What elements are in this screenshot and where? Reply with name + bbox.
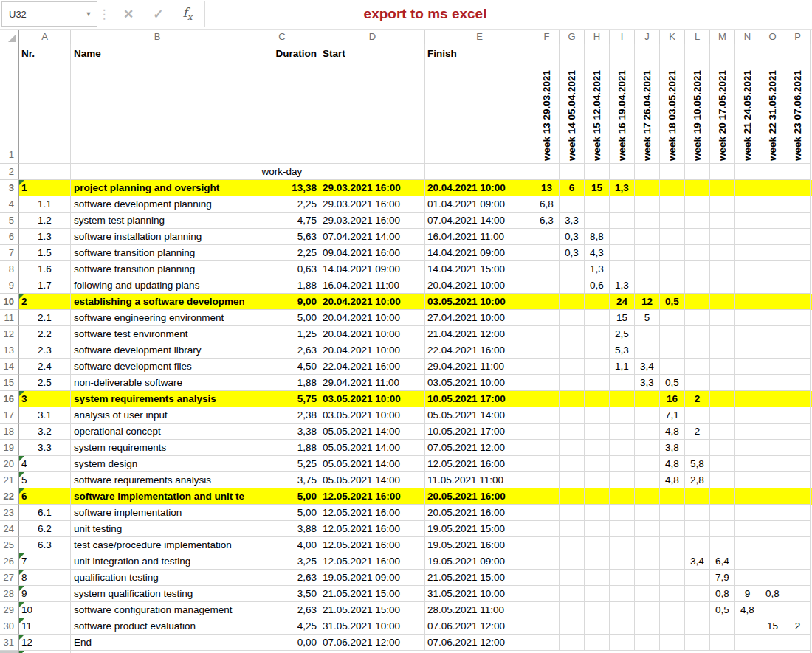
- cell-M22[interactable]: [710, 488, 735, 505]
- cell-C22[interactable]: 5,00: [244, 488, 320, 505]
- cell-A2[interactable]: [19, 164, 71, 180]
- cell-P23[interactable]: [785, 505, 811, 521]
- cell-L19[interactable]: [685, 440, 710, 456]
- cell-D8[interactable]: 14.04.2021 09:00: [320, 261, 425, 277]
- cell-O4[interactable]: [760, 196, 785, 213]
- cell-B17[interactable]: analysis of user input: [71, 407, 244, 424]
- cell-F3[interactable]: 13: [534, 180, 560, 196]
- cell-J20[interactable]: [635, 456, 660, 472]
- cell-G23[interactable]: [560, 505, 585, 521]
- cell-F24[interactable]: [534, 521, 560, 537]
- cell-D26[interactable]: 12.05.2021 16:00: [320, 553, 425, 570]
- cell-K1[interactable]: week 18 03.05.2021: [660, 44, 685, 164]
- cell-L23[interactable]: [685, 505, 710, 521]
- cell-K27[interactable]: [660, 570, 685, 586]
- cell-D28[interactable]: 21.05.2021 15:00: [320, 586, 425, 602]
- cell-L26[interactable]: 3,4: [685, 553, 710, 570]
- cell-N22[interactable]: [735, 488, 760, 505]
- cell-A18[interactable]: 3.2: [19, 424, 71, 440]
- cell-L21[interactable]: 2,8: [685, 472, 710, 488]
- cell-B9[interactable]: following and updating plans: [71, 277, 244, 294]
- cell-G18[interactable]: [560, 424, 585, 440]
- cell-F29[interactable]: [534, 602, 560, 618]
- cell-B26[interactable]: unit integration and testing: [71, 553, 244, 570]
- cell-E2[interactable]: [425, 164, 534, 180]
- cell-E18[interactable]: 10.05.2021 17:00: [425, 424, 534, 440]
- cell-G20[interactable]: [560, 456, 585, 472]
- cell-G11[interactable]: [560, 310, 585, 326]
- cell-M15[interactable]: [710, 375, 735, 391]
- cell-E28[interactable]: 31.05.2021 10:00: [425, 586, 534, 602]
- cell-K28[interactable]: [660, 586, 685, 602]
- cell-H18[interactable]: [585, 424, 610, 440]
- cell-L7[interactable]: [685, 245, 710, 261]
- cell-M10[interactable]: [710, 294, 735, 310]
- cell-K13[interactable]: [660, 342, 685, 359]
- cell-A16[interactable]: 3: [19, 391, 71, 407]
- cell-K16[interactable]: 16: [660, 391, 685, 407]
- cell-C31[interactable]: 0,00: [244, 635, 320, 651]
- cell-A15[interactable]: 2.5: [19, 375, 71, 391]
- cell-J1[interactable]: week 17 26.04.2021: [635, 44, 660, 164]
- cell-K4[interactable]: [660, 196, 685, 213]
- cell-L29[interactable]: [685, 602, 710, 618]
- cell-N13[interactable]: [735, 342, 760, 359]
- cell-M13[interactable]: [710, 342, 735, 359]
- cell-P22[interactable]: [785, 488, 811, 505]
- cell-H21[interactable]: [585, 472, 610, 488]
- cell-F6[interactable]: [534, 229, 560, 245]
- cell-K5[interactable]: [660, 213, 685, 229]
- cell-D6[interactable]: 07.04.2021 14:00: [320, 229, 425, 245]
- cell-B4[interactable]: software development planning: [71, 196, 244, 213]
- cell-J4[interactable]: [635, 196, 660, 213]
- cell-D3[interactable]: 29.03.2021 16:00: [320, 180, 425, 196]
- cell-F18[interactable]: [534, 424, 560, 440]
- cell-H2[interactable]: [585, 164, 610, 180]
- cell-J29[interactable]: [635, 602, 660, 618]
- cell-P14[interactable]: [785, 359, 811, 375]
- cell-I24[interactable]: [610, 521, 635, 537]
- column-header-B[interactable]: B: [71, 30, 244, 44]
- cell-E9[interactable]: 20.04.2021 10:00: [425, 277, 534, 294]
- cell-K2[interactable]: [660, 164, 685, 180]
- row-header-9[interactable]: 9: [0, 277, 19, 294]
- cell-E10[interactable]: 03.05.2021 10:00: [425, 294, 534, 310]
- cell-H9[interactable]: 0,6: [585, 277, 610, 294]
- cell-L17[interactable]: [685, 407, 710, 424]
- cell-K19[interactable]: 3,8: [660, 440, 685, 456]
- cell-F9[interactable]: [534, 277, 560, 294]
- row-header-14[interactable]: 14: [0, 359, 19, 375]
- cell-E4[interactable]: 01.04.2021 09:00: [425, 196, 534, 213]
- cell-L27[interactable]: [685, 570, 710, 586]
- cell-D27[interactable]: 19.05.2021 09:00: [320, 570, 425, 586]
- cell-M9[interactable]: [710, 277, 735, 294]
- cell-C28[interactable]: 3,50: [244, 586, 320, 602]
- cell-B30[interactable]: software product evaluation: [71, 618, 244, 635]
- cell-F17[interactable]: [534, 407, 560, 424]
- cell-P5[interactable]: [785, 213, 811, 229]
- cell-A22[interactable]: 6: [19, 488, 71, 505]
- cell-I27[interactable]: [610, 570, 635, 586]
- cell-B27[interactable]: qualification testing: [71, 570, 244, 586]
- cell-L11[interactable]: [685, 310, 710, 326]
- select-all-corner[interactable]: [0, 30, 19, 44]
- cell-F23[interactable]: [534, 505, 560, 521]
- cell-F11[interactable]: [534, 310, 560, 326]
- cell-G13[interactable]: [560, 342, 585, 359]
- cell-B15[interactable]: non-deliverable software: [71, 375, 244, 391]
- row-header-16[interactable]: 16: [0, 391, 19, 407]
- cell-P3[interactable]: [785, 180, 811, 196]
- row-header-3[interactable]: 3: [0, 180, 19, 196]
- cell-J17[interactable]: [635, 407, 660, 424]
- cell-J26[interactable]: [635, 553, 660, 570]
- cell-G10[interactable]: [560, 294, 585, 310]
- cell-F30[interactable]: [534, 618, 560, 635]
- cell-N8[interactable]: [735, 261, 760, 277]
- cell-L31[interactable]: [685, 635, 710, 651]
- cell-E14[interactable]: 29.04.2021 11:00: [425, 359, 534, 375]
- cell-F4[interactable]: 6,8: [534, 196, 560, 213]
- cell-K20[interactable]: 4,8: [660, 456, 685, 472]
- cell-H29[interactable]: [585, 602, 610, 618]
- cell-P8[interactable]: [785, 261, 811, 277]
- cell-D25[interactable]: 12.05.2021 16:00: [320, 537, 425, 553]
